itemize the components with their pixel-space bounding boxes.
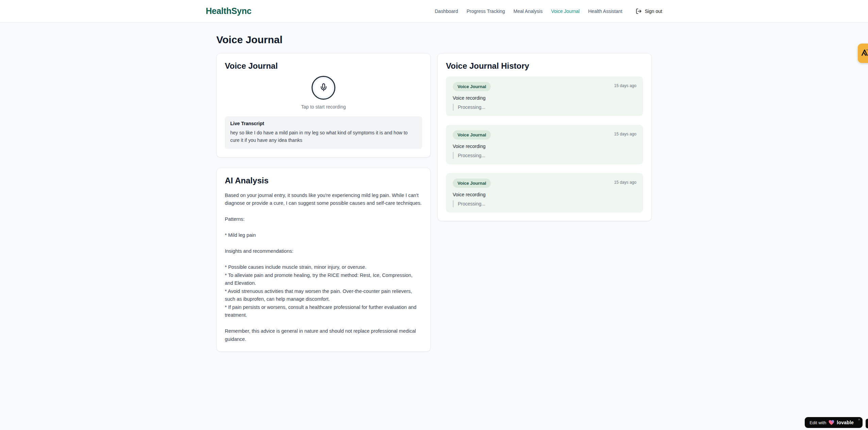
history-entry[interactable]: Voice Journal 15 days ago Voice recordin… [446, 125, 643, 164]
nav-item-voice-journal[interactable]: Voice Journal [551, 9, 580, 14]
history-entry[interactable]: Voice Journal 15 days ago Voice recordin… [446, 77, 643, 116]
log-out-icon [636, 8, 642, 14]
recorder-card-title: Voice Journal [225, 62, 422, 70]
live-transcript-title: Live Transcript [230, 121, 417, 126]
main-content: Voice Journal Voice Journal [216, 22, 652, 352]
entry-status: Processing... [453, 200, 636, 207]
ai-analysis-title: AI Analysis [225, 176, 422, 185]
history-list: Voice Journal 15 days ago Voice recordin… [446, 77, 643, 213]
entry-timestamp: 15 days ago [614, 83, 636, 88]
brand-logo[interactable]: HealthSync [206, 6, 251, 16]
close-icon[interactable]: × [858, 418, 860, 421]
entry-status: Processing... [453, 152, 636, 159]
nav-item-health-assistant[interactable]: Health Assistant [588, 9, 622, 14]
right-column: Voice Journal History Voice Journal 15 d… [437, 53, 652, 221]
triangle-a-logo-icon [860, 48, 868, 59]
edit-with-lovable-badge[interactable]: Edit with lovable × [805, 417, 863, 428]
record-button[interactable] [312, 76, 335, 100]
heart-icon [829, 420, 834, 425]
sign-out-label: Sign out [645, 9, 662, 14]
edge-widget-badge[interactable] [858, 44, 868, 63]
entry-title: Voice recording [453, 144, 636, 149]
left-column: Voice Journal Tap to start rec [216, 53, 431, 352]
main-nav: Dashboard Progress Tracking Meal Analysi… [435, 8, 662, 14]
history-card-title: Voice Journal History [446, 62, 643, 70]
lovable-brand: lovable [837, 420, 854, 425]
ai-analysis-body: Based on your journal entry, it sounds l… [225, 192, 422, 344]
entry-timestamp: 15 days ago [614, 180, 636, 185]
history-card: Voice Journal History Voice Journal 15 d… [437, 53, 652, 221]
entry-status: Processing... [453, 104, 636, 111]
microphone-icon [319, 83, 328, 93]
live-transcript-text: hey so like I do have a mild pain in my … [230, 129, 417, 144]
entry-type-badge: Voice Journal [453, 179, 491, 188]
nav-item-progress-tracking[interactable]: Progress Tracking [467, 9, 505, 14]
corner-cutoff-element [866, 419, 868, 428]
entry-type-badge: Voice Journal [453, 82, 491, 91]
page-title: Voice Journal [216, 34, 652, 46]
entry-type-badge: Voice Journal [453, 130, 491, 139]
top-navigation-bar: HealthSync Dashboard Progress Tracking M… [0, 0, 868, 22]
lovable-prefix: Edit with [809, 420, 826, 425]
voice-recorder-card: Voice Journal Tap to start rec [216, 53, 431, 158]
history-entry[interactable]: Voice Journal 15 days ago Voice recordin… [446, 173, 643, 213]
app-window: HealthSync Dashboard Progress Tracking M… [0, 0, 868, 430]
sign-out-button[interactable]: Sign out [636, 8, 662, 14]
record-hint: Tap to start recording [225, 104, 422, 110]
entry-title: Voice recording [453, 192, 636, 197]
ai-analysis-card: AI Analysis Based on your journal entry,… [216, 168, 431, 352]
entry-timestamp: 15 days ago [614, 132, 636, 136]
entry-title: Voice recording [453, 95, 636, 101]
nav-item-dashboard[interactable]: Dashboard [435, 9, 458, 14]
nav-item-meal-analysis[interactable]: Meal Analysis [514, 9, 543, 14]
live-transcript-box: Live Transcript hey so like I do have a … [225, 116, 422, 149]
